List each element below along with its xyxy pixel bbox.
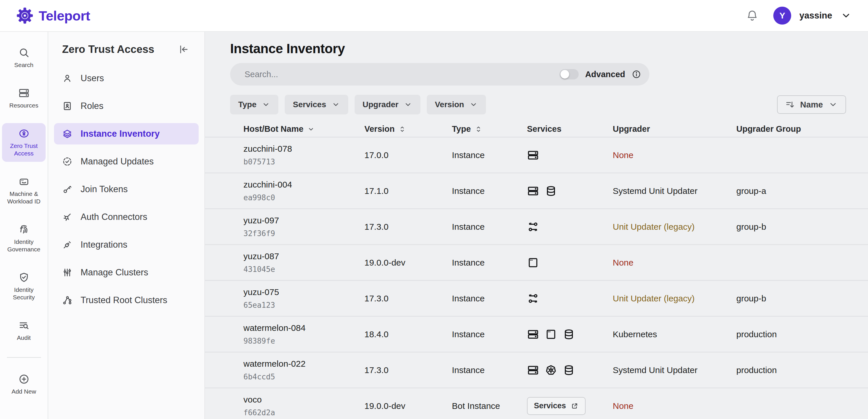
rail-item-identity-governance[interactable]: Identity Governance (2, 219, 45, 258)
database-icon (563, 364, 575, 376)
sidebar-item-label: Roles (81, 101, 103, 111)
teleport-logo[interactable]: Teleport (16, 7, 90, 24)
column-header-host-bot-name[interactable]: Host/Bot Name (243, 124, 364, 134)
column-label: Upgrader (613, 124, 650, 134)
zero-trust-icon (18, 128, 30, 139)
table-row: zucchini-004ea998c017.1.0InstanceSystemd… (205, 173, 868, 209)
rail-item-resources[interactable]: Resources (2, 83, 45, 114)
version-cell: 17.3.0 (364, 294, 452, 303)
rail-item-label: Machine & Workload ID (4, 190, 44, 205)
host-id: 32f36f9 (243, 229, 364, 238)
host-name: yuzu-087 (243, 251, 364, 261)
host-id: b075713 (243, 157, 364, 166)
add-new-icon (18, 373, 30, 385)
sidebar-item-auth-connectors[interactable]: Auth Connectors (54, 206, 199, 228)
host-name-cell: watermelon-08498389fe (243, 323, 364, 345)
key-icon (62, 184, 72, 194)
search-icon (18, 47, 30, 58)
upgrader-group-cell: production (736, 365, 846, 375)
chevron-down-small-icon (307, 125, 315, 133)
sidebar-item-instance-inventory[interactable]: Instance Inventory (54, 123, 199, 145)
rail-item-label: Zero Trust Access (4, 142, 44, 157)
host-id: 98389fe (243, 337, 364, 345)
filter-version-button[interactable]: Version (427, 95, 486, 114)
sidebar-item-label: Trusted Root Clusters (81, 295, 167, 305)
advanced-label: Advanced (585, 70, 625, 79)
rail-item-machine-workload-id[interactable]: Machine & Workload ID (2, 171, 45, 210)
type-cell: Instance (452, 258, 527, 268)
column-header-version[interactable]: Version (364, 124, 452, 134)
table-row: zucchini-078b07571317.0.0InstanceNone (205, 138, 868, 173)
sidebar-item-integrations[interactable]: Integrations (54, 234, 199, 256)
sort-button[interactable]: Name (777, 95, 846, 114)
host-name-cell: watermelon-0226b4ccd5 (243, 359, 364, 381)
host-name-cell: yuzu-09732f36f9 (243, 216, 364, 238)
services-cell (527, 293, 613, 305)
sidebar-item-manage-clusters[interactable]: Manage Clusters (54, 262, 199, 283)
filter-services-button[interactable]: Services (285, 95, 348, 114)
type-cell: Instance (452, 222, 527, 232)
filter-type-button[interactable]: Type (230, 95, 278, 114)
advanced-info-button[interactable] (631, 69, 641, 79)
plug-icon (62, 240, 72, 250)
host-id: 431045e (243, 265, 364, 274)
type-cell: Bot Instance (452, 401, 527, 411)
version-cell: 17.0.0 (364, 150, 452, 160)
rail-item-zero-trust-access[interactable]: Zero Trust Access (2, 123, 45, 162)
version-cell: 19.0.0-dev (364, 401, 452, 411)
services-cell: Services (527, 397, 613, 415)
rail-item-add-new[interactable]: Add New (2, 369, 45, 400)
rail-divider (7, 357, 41, 358)
toggle-knob (560, 70, 569, 79)
server-icon (527, 364, 539, 376)
version-cell: 18.4.0 (364, 329, 452, 339)
column-header-type[interactable]: Type (452, 124, 527, 134)
filter-upgrader-button[interactable]: Upgrader (354, 95, 421, 114)
upgrader-cell: None (613, 258, 736, 268)
server-icon (527, 149, 539, 161)
bell-icon (746, 9, 759, 22)
sidebar-item-managed-updates[interactable]: Managed Updates (54, 151, 199, 172)
column-header-upgrader-group: Upgrader Group (736, 124, 846, 134)
id-card-icon (62, 101, 72, 111)
host-name-cell: zucchini-004ea998c0 (243, 180, 364, 202)
sidebar-item-join-tokens[interactable]: Join Tokens (54, 179, 199, 200)
sidebar-item-roles[interactable]: Roles (54, 95, 199, 117)
type-cell: Instance (452, 329, 527, 339)
host-id: f662d2a (243, 408, 364, 417)
host-name: zucchini-078 (243, 144, 364, 154)
table-row: vocof662d2a19.0.0-devBot InstanceService… (205, 388, 868, 419)
type-cell: Instance (452, 365, 527, 375)
column-header-services: Services (527, 124, 613, 134)
sidebar-item-users[interactable]: Users (54, 68, 199, 89)
server-icon (527, 185, 539, 197)
table-row: watermelon-08498389fe18.4.0InstanceKuber… (205, 317, 868, 353)
audit-icon (18, 320, 30, 331)
filter-label: Type (238, 100, 256, 109)
sort-label: Name (800, 100, 823, 110)
sidebar-item-label: Integrations (81, 240, 127, 250)
upgrader-group-cell: group-b (736, 294, 846, 303)
user-menu[interactable]: Y yassine (773, 7, 852, 25)
search-input[interactable] (244, 69, 560, 80)
window-icon (527, 257, 539, 269)
connector-icon (62, 212, 72, 222)
advanced-toggle[interactable] (560, 69, 579, 80)
keys-icon (527, 293, 539, 305)
rail-item-search[interactable]: Search (2, 42, 45, 73)
upgrader-cell: Unit Updater (legacy) (613, 294, 736, 303)
sidebar-item-trusted-root-clusters[interactable]: Trusted Root Clusters (54, 290, 199, 311)
filter-label: Version (435, 100, 464, 109)
kubernetes-icon (545, 364, 557, 376)
sidebar-item-label: Users (81, 73, 104, 84)
upgrader-group-cell: group-b (736, 222, 846, 232)
table-row: yuzu-087431045e19.0.0-devInstanceNone (205, 245, 868, 281)
rail-item-audit[interactable]: Audit (2, 315, 45, 346)
services-button[interactable]: Services (527, 397, 586, 415)
layers-icon (62, 128, 72, 139)
rail-item-identity-security[interactable]: Identity Security (2, 267, 45, 306)
notifications-button[interactable] (746, 9, 759, 22)
column-label: Upgrader Group (736, 124, 801, 134)
host-name: yuzu-075 (243, 287, 364, 297)
collapse-panel-button[interactable] (178, 43, 189, 55)
